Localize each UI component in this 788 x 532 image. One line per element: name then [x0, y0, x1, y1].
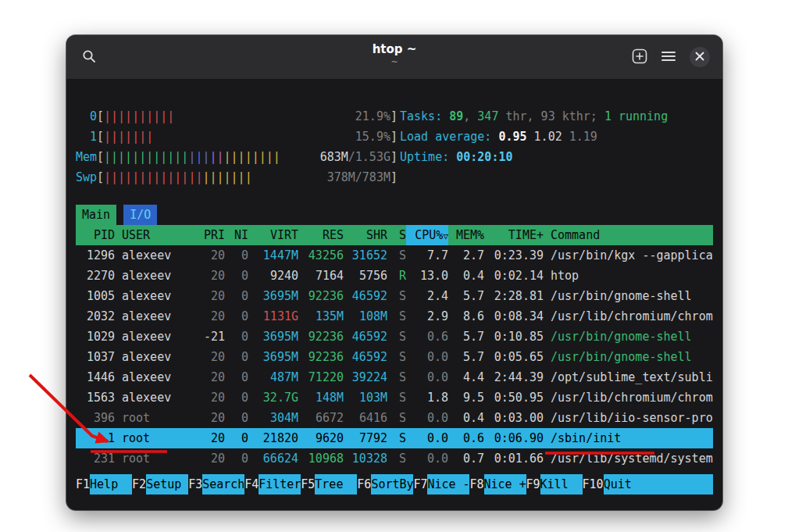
shr-cell: 6416: [344, 408, 387, 428]
res-cell: 7164: [298, 266, 344, 286]
meter-value: 15.9%: [355, 127, 390, 147]
process-row-pid-231[interactable]: 231root200666241096810328S0.00.70:01.66/…: [76, 448, 713, 469]
pid-cell: 231: [76, 448, 115, 469]
fkey-label: SortBy: [371, 474, 413, 495]
meter-label: 0: [76, 106, 97, 127]
pri-cell: 20: [192, 286, 225, 306]
process-row-pid-1563[interactable]: 1563alexeev20032.7G148M103MS1.89.50:50.9…: [76, 387, 713, 408]
process-row-pid-1037[interactable]: 1037alexeev2003695M9223646592S0.05.70:05…: [76, 347, 713, 367]
terminal-window: htop ~ ~: [66, 35, 722, 510]
meter-cpu1: 1[|||||||15.9%]: [76, 127, 398, 147]
column-header-cmd[interactable]: Command: [544, 225, 713, 245]
column-header-res[interactable]: RES: [298, 225, 344, 245]
meter-open-bracket: [: [97, 147, 104, 167]
pid-cell: 2032: [76, 306, 115, 327]
process-row-pid-1005[interactable]: 1005alexeev2003695M9223646592S2.45.72:28…: [76, 286, 713, 306]
user-cell: alexeev: [115, 286, 192, 306]
fkey-f9[interactable]: F9Kill: [526, 474, 583, 495]
cmd-cell: /usr/lib/iio-sensor-prox: [544, 408, 713, 428]
pri-cell: 20: [192, 266, 225, 286]
s-cell: S: [387, 347, 406, 367]
ni-cell: 0: [225, 347, 248, 367]
fkey-f3[interactable]: F3Search: [188, 474, 244, 495]
cmd-cell: /usr/lib/chromium/chromi: [544, 306, 713, 327]
meter-track: |||||||||||||||||||||||||683M/1.53G: [104, 147, 390, 167]
stat-tasks: Tasks: 89, 347 thr, 93 kthr; 1 running: [400, 106, 713, 127]
pid-cell: 1446: [76, 367, 115, 387]
close-button[interactable]: [690, 47, 710, 67]
fkey-f10[interactable]: F10Quit: [583, 474, 713, 495]
process-row-pid-1029[interactable]: 1029alexeev-2103695M9223646592S0.65.70:1…: [76, 327, 713, 347]
tab-main[interactable]: Main: [76, 205, 116, 225]
process-row-pid-1296[interactable]: 1296alexeev2001447M4325631652S7.72.70:23…: [76, 245, 713, 266]
res-cell: 92236: [298, 286, 344, 306]
pid-cell: 1037: [76, 347, 115, 367]
pid-cell: 1: [76, 428, 115, 448]
menu-button[interactable]: [661, 51, 676, 64]
titlebar: htop ~ ~: [66, 35, 722, 80]
meter-open-bracket: [: [97, 106, 104, 127]
shr-cell: 108M: [344, 306, 387, 327]
fkey-label: Nice +: [484, 474, 526, 495]
fkey-f1[interactable]: F1Help: [76, 474, 132, 495]
column-header-shr[interactable]: SHR: [344, 225, 387, 245]
window-title-block: htop ~ ~: [373, 41, 417, 68]
user-cell: alexeev: [115, 367, 192, 387]
fkey-f2[interactable]: F2Setup: [132, 474, 188, 495]
fkey-f7[interactable]: F7Nice -: [413, 474, 469, 495]
shr-cell: 5756: [344, 266, 387, 286]
process-row-pid-1[interactable]: 1root2002182096207792S0.00.60:06.90/sbin…: [76, 428, 713, 448]
mem-cell: 2.7: [448, 245, 484, 266]
s-cell: S: [387, 367, 406, 387]
meter-open-bracket: [: [97, 167, 104, 187]
tab-i-o[interactable]: I/O: [123, 205, 157, 225]
column-header-virt[interactable]: VIRT: [248, 225, 298, 245]
meter-value: 378M/783M: [327, 167, 390, 187]
shr-cell: 46592: [344, 327, 387, 347]
process-row-pid-2270[interactable]: 2270alexeev200924071645756R13.00.40:02.1…: [76, 266, 713, 286]
process-table-body: 1296alexeev2001447M4325631652S7.72.70:23…: [76, 245, 713, 469]
user-cell: alexeev: [115, 245, 192, 266]
column-header-user[interactable]: USER: [115, 225, 192, 245]
meter-value: 683M/1.53G: [320, 147, 390, 167]
time-cell: 0:01.66: [484, 448, 544, 469]
s-cell: S: [387, 408, 406, 428]
virt-cell: 1131G: [248, 306, 298, 327]
time-cell: 2:44.39: [484, 367, 544, 387]
hamburger-menu-icon: [661, 51, 676, 64]
process-row-pid-1446[interactable]: 1446alexeev200487M7122039224S0.04.42:44.…: [76, 367, 713, 387]
fkey-label: Quit: [604, 474, 713, 495]
s-cell: S: [387, 327, 406, 347]
fkey-f8[interactable]: F8Nice +: [469, 474, 526, 495]
fkey-f6[interactable]: F6SortBy: [357, 474, 413, 495]
fkey-f5[interactable]: F5Tree: [301, 474, 357, 495]
meter-close-bracket: ]: [390, 147, 398, 167]
pri-cell: 20: [192, 306, 225, 327]
column-header-cpu[interactable]: CPU%▽: [406, 225, 448, 245]
fkey-label: Nice -: [427, 474, 469, 495]
fkey-bar: F1HelpF2SetupF3SearchF4FilterF5TreeF6Sor…: [76, 474, 713, 495]
fkey-f4[interactable]: F4Filter: [244, 474, 301, 495]
column-header-time[interactable]: TIME+: [484, 225, 544, 245]
new-tab-button[interactable]: [632, 48, 647, 66]
column-header-pid[interactable]: PID: [76, 225, 115, 245]
mem-cell: 0.7: [448, 448, 484, 469]
ni-cell: 0: [225, 428, 248, 448]
column-header-pri[interactable]: PRI: [192, 225, 225, 245]
search-button[interactable]: [82, 49, 96, 66]
res-cell: 9620: [298, 428, 344, 448]
time-cell: 0:03.00: [484, 408, 544, 428]
process-row-pid-2032[interactable]: 2032alexeev2001131G135M108MS2.98.60:08.3…: [76, 306, 713, 327]
meter-bars: |||||||: [104, 130, 153, 144]
s-cell: S: [387, 245, 406, 266]
mem-cell: 5.7: [448, 347, 484, 367]
process-row-pid-396[interactable]: 396root200304M66726416S0.00.40:03.00/usr…: [76, 408, 713, 428]
tab-bar: MainI/O: [76, 205, 713, 225]
time-cell: 0:06.90: [484, 428, 544, 448]
meter-label: Swp: [76, 167, 97, 187]
res-cell: 148M: [298, 387, 344, 408]
column-header-ni[interactable]: NI: [225, 225, 248, 245]
column-header-s[interactable]: S: [387, 225, 406, 245]
column-header-mem[interactable]: MEM%: [448, 225, 484, 245]
fkey-number: F8: [469, 474, 483, 495]
